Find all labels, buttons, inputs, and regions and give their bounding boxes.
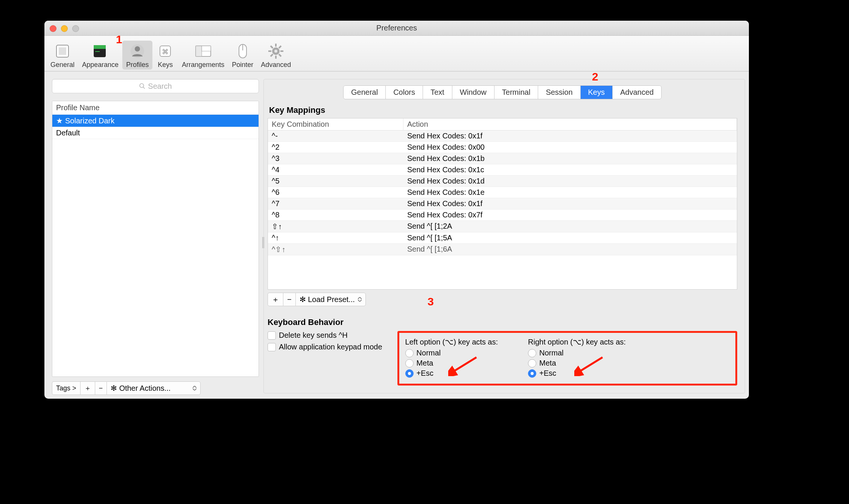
callout: 3 (428, 295, 434, 308)
radio-label: Normal (539, 349, 563, 357)
delete-sends-checkbox[interactable]: Delete key sends ^H (268, 331, 382, 340)
chevron-updown-icon (358, 297, 362, 302)
resize-handle[interactable] (261, 236, 264, 249)
subtab-text[interactable]: Text (423, 86, 452, 99)
subtab-advanced[interactable]: Advanced (613, 86, 661, 99)
tags-button[interactable]: Tags > (52, 381, 80, 395)
action-cell: Send Hex Codes: 0x1e (403, 187, 737, 198)
column-header[interactable]: Action (403, 118, 737, 130)
remove-mapping-button[interactable]: − (283, 293, 295, 306)
callout: 2 (592, 70, 598, 83)
toolbar-item-arrangements[interactable]: Arrangements (178, 41, 228, 70)
profile-list-header[interactable]: Profile Name (52, 101, 259, 115)
allow-keypad-checkbox[interactable]: Allow application keypad mode (268, 343, 382, 351)
subtab-terminal[interactable]: Terminal (494, 86, 539, 99)
key-combo-cell: ^5 (268, 176, 403, 187)
svg-line-22 (271, 54, 273, 56)
action-cell: Send ^[ [1;6A (403, 244, 737, 255)
toolbar-label: Appearance (82, 61, 119, 69)
toolbar-label: Advanced (261, 61, 291, 69)
key-combo-cell: ^8 (268, 209, 403, 220)
action-cell: Send ^[ [1;2A (403, 221, 737, 232)
table-row[interactable]: ^2Send Hex Codes: 0x00 (268, 142, 737, 153)
subtab-window[interactable]: Window (452, 86, 494, 99)
pointer-icon (234, 42, 252, 60)
svg-line-26 (452, 357, 476, 372)
keys-icon: ⌘ (156, 42, 174, 60)
svg-line-19 (271, 46, 273, 48)
table-row[interactable]: ^8Send Hex Codes: 0x7f (268, 209, 737, 221)
table-row[interactable]: ^-Send Hex Codes: 0x1f (268, 131, 737, 142)
profile-list: Profile Name ★ Solarized Dark Default (52, 101, 259, 377)
key-mappings-title: Key Mappings (269, 105, 737, 115)
toolbar-item-pointer[interactable]: Pointer (228, 41, 257, 70)
checkbox-label: Allow application keypad mode (279, 343, 382, 351)
column-header[interactable]: Key Combination (268, 118, 403, 130)
gear-icon: ✻ (111, 384, 117, 393)
toolbar-item-keys[interactable]: ⌘ Keys (152, 41, 178, 70)
search-icon (139, 83, 146, 90)
action-cell: Send Hex Codes: 0x1d (403, 176, 737, 187)
search-placeholder: Search (148, 82, 172, 91)
load-preset-dropdown[interactable]: ✻ Load Preset... (295, 293, 366, 306)
subtab-keys[interactable]: Keys (581, 86, 613, 99)
subtab-general[interactable]: General (344, 86, 386, 99)
radio-label: Meta (417, 359, 433, 367)
radio-icon (528, 369, 536, 378)
add-mapping-button[interactable]: ＋ (268, 293, 283, 306)
radio-icon (405, 369, 414, 378)
key-combo-cell: ^6 (268, 187, 403, 198)
toolbar-label: Pointer (232, 61, 253, 69)
action-cell: Send Hex Codes: 0x00 (403, 142, 737, 153)
table-row[interactable]: ^4Send Hex Codes: 0x1c (268, 164, 737, 176)
key-mappings-table: Key Combination Action ^-Send Hex Codes:… (268, 118, 737, 290)
svg-point-24 (140, 83, 144, 88)
other-actions-label: Other Actions... (119, 384, 171, 393)
toolbar-label: Keys (158, 61, 173, 69)
checkbox-icon (268, 343, 276, 351)
table-row[interactable]: ^⇧↑Send ^[ [1;6A (268, 244, 737, 255)
svg-point-6 (135, 46, 140, 52)
radio-label: Normal (417, 349, 441, 357)
remove-profile-button[interactable]: − (95, 381, 107, 395)
profile-row[interactable]: Default (52, 127, 259, 139)
checkbox-icon (268, 331, 276, 340)
add-profile-button[interactable]: ＋ (80, 381, 95, 395)
action-cell: Send Hex Codes: 0x7f (403, 209, 737, 220)
key-mappings-controls: ＋ − ✻ Load Preset... (268, 293, 366, 306)
other-actions-dropdown[interactable]: ✻ Other Actions... (107, 381, 201, 395)
action-cell: Send ^[ [1;5A (403, 232, 737, 243)
svg-line-27 (578, 357, 603, 372)
radio-icon (405, 359, 414, 367)
toolbar-item-advanced[interactable]: Advanced (257, 41, 295, 70)
profile-name: Solarized Dark (65, 117, 114, 125)
group-label: Left option (⌥) key acts as: (405, 337, 498, 346)
key-combo-cell: ^- (268, 131, 403, 141)
callout: 1 (116, 33, 122, 46)
svg-line-21 (279, 46, 281, 48)
checkbox-label: Delete key sends ^H (279, 331, 348, 340)
subtab-session[interactable]: Session (538, 86, 580, 99)
profiles-icon (128, 42, 146, 60)
profile-row[interactable]: ★ Solarized Dark (52, 115, 259, 127)
table-row[interactable]: ^3Send Hex Codes: 0x1b (268, 153, 737, 164)
star-icon: ★ (56, 116, 63, 125)
subtab-colors[interactable]: Colors (386, 86, 423, 99)
svg-rect-11 (202, 46, 211, 51)
table-row[interactable]: ⇧↑Send ^[ [1;2A (268, 221, 737, 232)
profile-list-controls: Tags > ＋ − ✻ Other Actions... (52, 381, 259, 395)
key-combo-cell: ^7 (268, 198, 403, 209)
table-row[interactable]: ^↑Send ^[ [1;5A (268, 232, 737, 244)
svg-rect-1 (59, 47, 66, 55)
key-combo-cell: ^4 (268, 164, 403, 175)
search-input[interactable]: Search (52, 79, 259, 93)
svg-rect-3 (94, 45, 106, 49)
table-row[interactable]: ^5Send Hex Codes: 0x1d (268, 176, 737, 187)
keyboard-behavior-title: Keyboard Behavior (268, 317, 737, 327)
chevron-updown-icon (193, 386, 196, 390)
table-row[interactable]: ^6Send Hex Codes: 0x1e (268, 187, 737, 198)
toolbar-item-profiles[interactable]: Profiles (122, 41, 152, 70)
table-row[interactable]: ^7Send Hex Codes: 0x1f (268, 198, 737, 209)
toolbar-item-general[interactable]: General (47, 41, 78, 70)
appearance-icon (91, 42, 110, 60)
